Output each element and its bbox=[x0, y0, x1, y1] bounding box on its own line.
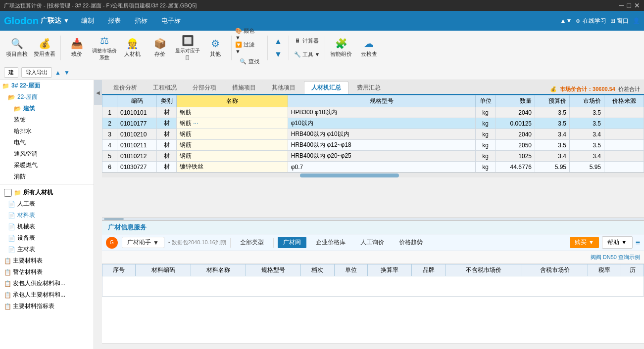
guangcai-expand-button[interactable]: ≡ bbox=[636, 238, 640, 247]
guangcai-type-all[interactable]: 全部类型 bbox=[235, 237, 269, 248]
sidebar-zhhibiao[interactable]: 📋 主要材料指标表 bbox=[0, 301, 94, 312]
cell-code: 01010212 bbox=[117, 151, 157, 162]
cell-market: 3.4 bbox=[570, 129, 604, 140]
level2-label: 22-屋面 bbox=[17, 93, 38, 101]
cell-spec: HRB400以内 φ10以内 bbox=[288, 129, 475, 140]
tab-rencaiji[interactable]: 人材机汇总 bbox=[304, 81, 348, 94]
sidebar-jixie[interactable]: 📄 机械表 bbox=[0, 221, 94, 232]
menu-index[interactable]: 指标 bbox=[128, 13, 154, 28]
guangcai-search-hint[interactable]: 阀阀 DN50 查询示例 bbox=[591, 254, 640, 261]
sidebar-fagongbao[interactable]: 📋 发包人供应材料和... bbox=[0, 278, 94, 289]
sidebar-jianzhu[interactable]: 📂 建筑 bbox=[0, 103, 94, 114]
cell-qty: 1025 bbox=[495, 151, 535, 162]
adjust-market-button[interactable]: ⚖ 调整市场价系数 bbox=[92, 33, 117, 63]
guangcai-tab-labor[interactable]: 人工询价 bbox=[355, 237, 390, 248]
tab-cuoshi[interactable]: 措施项目 bbox=[225, 81, 263, 94]
guangcai-tab-trend[interactable]: 价格趋势 bbox=[394, 237, 428, 248]
sidebar-geipaishui[interactable]: 给排水 bbox=[0, 126, 94, 137]
menu-report[interactable]: 报表 bbox=[101, 13, 128, 28]
gc-horizontal-scrollbar[interactable] bbox=[102, 343, 644, 349]
guangcai-tab-enterprise[interactable]: 企业价格库 bbox=[310, 237, 351, 248]
find-button[interactable]: 🔍 查找 bbox=[235, 55, 264, 68]
show-sub-button[interactable]: 🔲 显示对应子目 bbox=[175, 33, 200, 63]
toolbar: 🔍 项目自检 💰 费用查看 📥 载价 ⚖ 调整市场价系数 👷 人材机 📦 存价 … bbox=[0, 31, 644, 65]
gc-th-taxrate: 税率 bbox=[588, 264, 621, 276]
sidebar-cainuan[interactable]: 采暖燃气 bbox=[0, 160, 94, 171]
arrow-down-button[interactable]: ▼ bbox=[271, 49, 286, 60]
guangcai-helper-dropdown[interactable]: 广材助手 ▼ bbox=[122, 237, 164, 248]
sep3 bbox=[267, 36, 268, 60]
table-row[interactable]: 6 01030727 材 镀锌铁丝 φ0.7 kg 44.6776 5.95 5… bbox=[102, 162, 644, 173]
tool-button[interactable]: 🔧 工具 ▼ bbox=[292, 48, 322, 61]
tab-qita[interactable]: 其他项目 bbox=[264, 81, 303, 94]
sidebar-cailiao[interactable]: 📄 材料表 bbox=[0, 210, 94, 221]
sidebar-project-root[interactable]: 📁 3# 22-屋面 bbox=[0, 80, 94, 91]
sidebar-xiaofang[interactable]: 消防 bbox=[0, 171, 94, 182]
maximize-button[interactable]: □ bbox=[627, 1, 631, 9]
tab-gongcheng[interactable]: 工程概况 bbox=[146, 81, 184, 94]
filter-button[interactable]: 🔽 过滤 ▼ bbox=[235, 42, 256, 54]
table-row[interactable]: 4 01010211 材 钢筋 HRB400以内 φ12~φ18 kg 2050… bbox=[102, 140, 644, 151]
close-button[interactable]: ✕ bbox=[634, 1, 640, 9]
color-button[interactable]: 🎨 颜色 ▼ bbox=[235, 28, 256, 41]
menu-electronic[interactable]: 电子标 bbox=[154, 13, 188, 28]
user-menu[interactable]: 👤 bbox=[633, 17, 640, 24]
level2-icon: 📂 bbox=[8, 94, 15, 101]
sidebar-all-rencaiji[interactable]: 📁 所有人材机 bbox=[0, 187, 94, 198]
sidebar-zhuyao[interactable]: 📋 主要材料表 bbox=[0, 255, 94, 266]
calculator-button[interactable]: 🖩 计算器 bbox=[292, 35, 322, 47]
sidebar-tongfeng[interactable]: 通风空调 bbox=[0, 148, 94, 160]
table-row[interactable]: 5 01010212 材 钢筋 HRB400以内 φ20~φ25 kg 1025… bbox=[102, 151, 644, 162]
cost-check-button[interactable]: 💰 费用查看 bbox=[32, 33, 57, 63]
minimize-button[interactable]: ─ bbox=[619, 1, 624, 9]
cell-num: 1 bbox=[102, 107, 117, 118]
cell-code: 01010210 bbox=[117, 129, 157, 140]
arrow-up-button[interactable]: ▲ bbox=[271, 36, 286, 47]
project-check-label: 项目自检 bbox=[6, 50, 28, 58]
market-icon: 💰 bbox=[550, 86, 557, 92]
all-rencaiji-checkbox[interactable] bbox=[4, 189, 12, 197]
table-row[interactable]: 3 01010210 材 钢筋 HRB400以内 φ10以内 kg 2040 3… bbox=[102, 129, 644, 140]
sort-arrows[interactable]: ▲▼ bbox=[560, 17, 572, 24]
cell-qty: 2040 bbox=[495, 129, 535, 140]
project-check-button[interactable]: 🔍 项目自检 bbox=[4, 33, 30, 63]
other-button[interactable]: ⚙ 其他 bbox=[202, 33, 228, 63]
labor-material-button[interactable]: 👷 人材机 bbox=[119, 33, 145, 63]
cell-type: 材 bbox=[157, 162, 177, 173]
cell-source bbox=[604, 140, 644, 151]
stock-button[interactable]: 📦 存价 bbox=[147, 33, 173, 63]
guangcai-help-button[interactable]: 帮助 ▼ bbox=[602, 236, 632, 249]
sidebar-rengong[interactable]: 📄 人工表 bbox=[0, 198, 94, 210]
window-menu[interactable]: ⊞ 窗口 bbox=[610, 17, 629, 25]
smart-group-button[interactable]: 🧩 智能组价 bbox=[328, 33, 354, 63]
import-export-button[interactable]: 导入导出 bbox=[21, 67, 52, 78]
nav-arrow-down[interactable]: ▼ bbox=[64, 69, 70, 76]
sidebar-guji[interactable]: 📋 暂估材料表 bbox=[0, 266, 94, 278]
sep5 bbox=[325, 36, 325, 60]
sidebar-project-level2[interactable]: 📂 22-屋面 bbox=[0, 91, 94, 103]
menu-edit[interactable]: 编制 bbox=[74, 13, 101, 28]
table-row[interactable]: 2 01010177 材 钢筋 ··· φ10以内 kg 0.00125 3.5… bbox=[102, 118, 644, 129]
guangcai-tab-guangcai[interactable]: 广材网 bbox=[278, 237, 306, 248]
gc-th-grade: 档次 bbox=[301, 264, 334, 276]
cloud-check-button[interactable]: ☁ 云检查 bbox=[356, 33, 382, 63]
find-label: 🔍 查找 bbox=[240, 58, 259, 65]
nav-arrow-up[interactable]: ▲ bbox=[55, 69, 61, 76]
sidebar-zhuangshi[interactable]: 装饰 bbox=[0, 114, 94, 126]
load-price-button[interactable]: 📥 载价 bbox=[64, 33, 90, 63]
sidebar-zhucai[interactable]: 📄 主材表 bbox=[0, 244, 94, 255]
cell-num: 2 bbox=[102, 118, 117, 129]
tab-fenbufenxiang[interactable]: 分部分项 bbox=[185, 81, 224, 94]
sidebar-collapse-button[interactable]: ◀ bbox=[94, 80, 102, 105]
online-study[interactable]: ⊙ 在线学习 bbox=[576, 17, 606, 25]
tab-feiyong[interactable]: 费用汇总 bbox=[349, 81, 388, 94]
table-row[interactable]: 1 01010101 材 钢筋 HPB300 φ10以内 kg 2040 3.5… bbox=[102, 107, 644, 118]
guangcai-buy-button[interactable]: 购买 ▼ bbox=[570, 237, 599, 248]
sidebar-chengbao[interactable]: 📋 承包人主要材料和... bbox=[0, 289, 94, 301]
smart-group-icon: 🧩 bbox=[335, 38, 347, 49]
tab-zaojia[interactable]: 造价分析 bbox=[106, 81, 145, 94]
main-content: 📁 3# 22-屋面 📂 22-屋面 📂 建筑 装饰 给排水 电气 通风空调 采… bbox=[0, 80, 644, 349]
sidebar-shebei[interactable]: 📄 设备表 bbox=[0, 232, 94, 244]
guji-label: 暂估材料表 bbox=[13, 268, 43, 276]
sidebar-dianqi[interactable]: 电气 bbox=[0, 137, 94, 148]
